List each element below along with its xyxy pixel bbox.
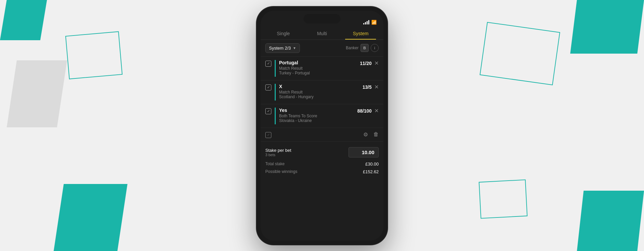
bet-1-match: Turkey - Portugal	[279, 71, 360, 75]
bg-gray-shape-1	[7, 60, 67, 127]
delete-icon[interactable]: 🗑	[373, 131, 379, 138]
bet-1-checkbox[interactable]: ✓	[265, 61, 271, 67]
bet-3-odds: 88/100	[357, 108, 372, 114]
possible-winnings-row: Possible winnings £152.62	[265, 168, 379, 176]
bet-3-match: Slovakia - Ukraine	[279, 118, 357, 123]
bet-3-market: Both Teams To Score	[279, 114, 357, 118]
bet-2-checkbox[interactable]: ✓	[265, 84, 271, 90]
bet-1-right: 11/20 ✕	[360, 61, 379, 66]
bg-teal-shape-top-left	[0, 0, 47, 40]
bet-empty-left: ✓	[265, 131, 271, 138]
tab-multi[interactable]: Multi	[303, 27, 341, 40]
stake-per-bet-label: Stake per bet	[265, 148, 291, 153]
bg-teal-shape-bottom-left	[54, 184, 127, 251]
bet-1-info: Portugal Match Result Turkey - Portugal	[279, 60, 360, 75]
bg-teal-shape-top-right	[570, 0, 644, 54]
wifi-icon: 📶	[371, 20, 377, 25]
stake-row: Stake per bet 3 bets	[265, 147, 379, 158]
bet-3-remove-button[interactable]: ✕	[374, 108, 379, 114]
phone-inner-screen: 📶 Single Multi System System 2/3 ▼	[261, 11, 383, 241]
tab-system[interactable]: System	[341, 27, 380, 40]
stake-label-group: Stake per bet 3 bets	[265, 148, 291, 157]
bet-3-right: 88/100 ✕	[357, 108, 379, 114]
possible-winnings-label: Possible winnings	[265, 169, 297, 174]
checkmark-icon-empty: ✓	[267, 133, 270, 137]
app-content: Single Multi System System 2/3 ▼ Banker …	[261, 27, 383, 241]
bet-3-selection: Yes	[279, 108, 357, 113]
stake-input[interactable]	[348, 147, 379, 158]
total-stake-row: Total stake £30.00	[265, 160, 379, 168]
banker-button[interactable]: B	[361, 44, 369, 52]
total-stake-label: Total stake	[265, 162, 284, 166]
bet-2-bar	[275, 84, 276, 101]
checkmark-icon-2: ✓	[267, 85, 270, 89]
bet-1-remove-button[interactable]: ✕	[374, 61, 379, 66]
system-dropdown-label: System 2/3	[269, 46, 291, 51]
bet-item-2: ✓ X Match Result Scotland - Hungary 13/5…	[261, 80, 383, 104]
total-stake-value: £30.00	[365, 162, 379, 167]
signal-bar-1	[363, 23, 364, 24]
chevron-down-icon: ▼	[293, 46, 296, 50]
status-icons: 📶	[363, 20, 377, 25]
signal-icon	[363, 20, 369, 24]
phone-outer-shell: 📶 Single Multi System System 2/3 ▼	[257, 7, 387, 245]
bet-2-right: 13/5 ✕	[363, 84, 379, 90]
bg-outline-shape-1	[65, 31, 123, 79]
signal-bar-3	[367, 21, 368, 24]
signal-bar-4	[368, 20, 369, 24]
bet-3-bar	[275, 108, 276, 124]
bet-item-1: ✓ Portugal Match Result Turkey - Portuga…	[261, 56, 383, 80]
bet-1-market: Match Result	[279, 66, 360, 71]
possible-winnings-value: £152.62	[363, 169, 379, 174]
bottom-stake-section: Stake per bet 3 bets Total stake £30.00 …	[261, 141, 383, 179]
banker-label: Banker	[346, 46, 359, 50]
bet-item-3: ✓ Yes Both Teams To Score Slovakia - Ukr…	[261, 104, 383, 128]
checkmark-icon-3: ✓	[267, 109, 270, 113]
empty-checkbox[interactable]: ✓	[265, 132, 271, 138]
bet-2-info: X Match Result Scotland - Hungary	[279, 84, 363, 99]
bet-1-bar	[275, 60, 276, 77]
bg-outline-shape-3	[479, 179, 528, 218]
stake-bets-count: 3 bets	[265, 153, 291, 157]
bet-3-checkbox[interactable]: ✓	[265, 108, 271, 114]
tab-single[interactable]: Single	[264, 27, 303, 40]
settings-icon[interactable]: ⚙	[363, 131, 368, 138]
bet-2-odds: 13/5	[363, 84, 372, 90]
bet-1-odds: 11/20	[360, 61, 372, 66]
info-button[interactable]: i	[371, 44, 379, 52]
bet-2-selection: X	[279, 84, 363, 89]
banker-row: Banker B i	[346, 44, 379, 52]
bet-action-icons: ⚙ 🗑	[363, 131, 379, 138]
system-selector-row: System 2/3 ▼ Banker B i	[261, 40, 383, 56]
bet-2-match: Scotland - Hungary	[279, 95, 363, 99]
bet-actions-row: ✓ ⚙ 🗑	[261, 128, 383, 141]
bet-3-info: Yes Both Teams To Score Slovakia - Ukrai…	[279, 108, 357, 123]
bet-1-selection: Portugal	[279, 60, 360, 65]
bet-2-market: Match Result	[279, 90, 363, 95]
bg-outline-shape-2	[480, 22, 560, 85]
phone-notch	[304, 14, 340, 23]
tabs-bar: Single Multi System	[261, 27, 383, 40]
system-dropdown[interactable]: System 2/3 ▼	[265, 43, 300, 53]
signal-bar-2	[365, 22, 366, 24]
bg-teal-shape-bottom-right	[577, 191, 644, 251]
checkmark-icon-1: ✓	[267, 61, 270, 66]
phone-mockup: 📶 Single Multi System System 2/3 ▼	[257, 7, 387, 245]
bet-2-remove-button[interactable]: ✕	[374, 84, 379, 90]
